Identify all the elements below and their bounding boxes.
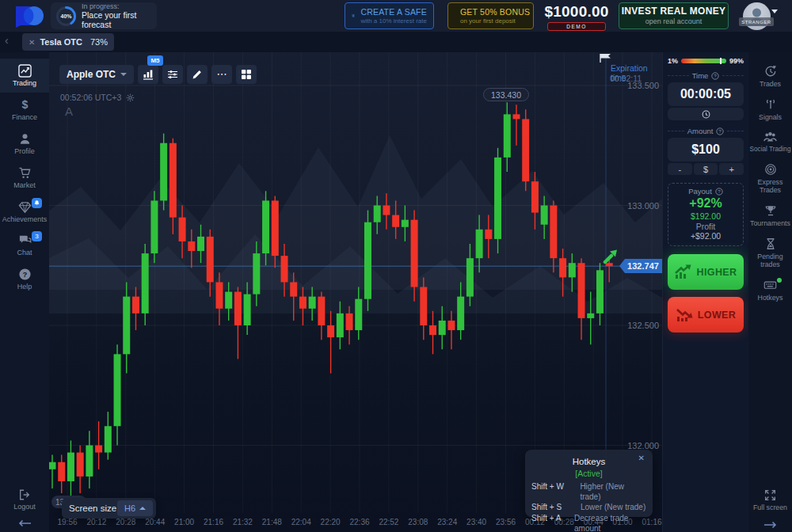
- trend-higher-icon: [674, 264, 691, 280]
- screen-size-panel: Screen size H6: [62, 498, 156, 519]
- info-icon[interactable]: ?: [716, 127, 724, 135]
- sidebar-item-hotkeys[interactable]: Hotkeys: [748, 274, 792, 307]
- topbar: 40% In progress: Place your first foreca…: [0, 0, 792, 32]
- sentiment-right: 99%: [729, 57, 744, 65]
- time-axis-label: 23:24: [437, 518, 457, 526]
- pencil-icon: [192, 69, 203, 80]
- info-icon[interactable]: ?: [711, 72, 719, 80]
- expiration-time: 00:52:11: [610, 74, 642, 83]
- time-axis-label: 23:56: [496, 518, 516, 526]
- onboarding-progress-widget[interactable]: 40% In progress: Place your first foreca…: [51, 2, 157, 29]
- indicators-button[interactable]: [162, 65, 183, 84]
- timeframe-badge: M5: [147, 55, 163, 66]
- user-menu[interactable]: STRANGER: [741, 2, 773, 31]
- hotkeys-status: [Active]: [531, 469, 646, 478]
- time-field-label: Time: [692, 71, 709, 80]
- chart-pane[interactable]: Apple OTC M5: [49, 52, 662, 532]
- progress-task: Place your first forecast: [82, 10, 152, 29]
- sidebar-item-help[interactable]: ? Help: [0, 262, 49, 296]
- tabs-back-chevron[interactable]: ‹: [5, 34, 9, 47]
- account-balance[interactable]: $1000.00 DEMO: [539, 3, 615, 31]
- sidebar-item-express-trades[interactable]: Express Trades: [748, 158, 792, 200]
- sidebar-item-achievements[interactable]: Achievements: [0, 195, 49, 229]
- sidebar-item-profile[interactable]: Profile: [0, 127, 49, 161]
- chart-toolbar: Apple OTC M5: [59, 65, 257, 84]
- payout-info: Payout ? +92% $192.00 Profit +$92.00: [668, 183, 744, 246]
- time-axis-label: 21:32: [233, 518, 253, 526]
- sidebar-item-trades[interactable]: Trades: [748, 60, 792, 93]
- chart-type-button[interactable]: M5: [138, 65, 158, 84]
- sidebar-item-chat[interactable]: 3 Chat: [0, 228, 49, 262]
- amount-decrease-button[interactable]: -: [668, 163, 692, 175]
- time-mode-button[interactable]: [668, 108, 744, 120]
- balance-amount: $1000.00: [539, 3, 615, 21]
- sidebar-item-social-trading[interactable]: Social Trading: [748, 126, 792, 158]
- help-icon: ?: [18, 268, 32, 281]
- amount-currency-button[interactable]: $: [694, 163, 718, 175]
- left-sidebar: Trading $ Finance Profile: [0, 52, 49, 532]
- expand-sidebar-arrow-icon[interactable]: [763, 521, 778, 529]
- sidebar-item-trading[interactable]: Trading: [0, 59, 49, 93]
- sidebar-item-tournaments[interactable]: Tournaments: [748, 200, 792, 233]
- keyboard-icon: [763, 279, 777, 291]
- higher-button[interactable]: HIGHER: [668, 254, 744, 290]
- logout-button[interactable]: Logout: [13, 488, 36, 511]
- hotkey-row: Shift + A Decrease trade amount: [531, 513, 646, 532]
- chart-line-icon: [18, 64, 32, 78]
- drawing-tools-button[interactable]: [187, 65, 208, 84]
- screen-size-select[interactable]: H6: [117, 500, 153, 516]
- invest-real-money-button[interactable]: INVEST REAL MONEY open real account: [619, 2, 729, 29]
- time-axis-label: 23:08: [408, 518, 428, 526]
- info-icon[interactable]: ?: [715, 188, 723, 196]
- create-safe-button[interactable]: CREATE A SAFE with a 10% interest rate: [345, 2, 434, 29]
- trade-panel: 1% 99% Time ? 00:00:05 Amount: [662, 52, 748, 532]
- time-input[interactable]: 00:00:05: [668, 82, 744, 106]
- asset-select[interactable]: Apple OTC: [59, 65, 134, 84]
- more-tools-button[interactable]: ⋯: [211, 65, 232, 84]
- sentiment-indicator: 1% 99%: [668, 57, 744, 65]
- app-logo-icon[interactable]: [13, 4, 48, 28]
- trading-app: 40% In progress: Place your first foreca…: [0, 0, 792, 532]
- chevron-up-icon: [139, 507, 146, 510]
- sidebar-item-pending-trades[interactable]: Pending trades: [748, 233, 792, 274]
- chevron-down-icon: [120, 73, 127, 76]
- people-icon: [763, 131, 777, 143]
- payout-amount: $192.00: [670, 211, 741, 221]
- sidebar-item-market[interactable]: Market: [0, 161, 49, 195]
- hourglass-icon: [764, 238, 777, 250]
- hotkey-row: Shift + S Lower (New trade): [531, 502, 646, 512]
- bell-icon: [34, 200, 40, 206]
- layout-grid-button[interactable]: [236, 65, 257, 84]
- svg-text:?: ?: [718, 188, 721, 194]
- svg-text:?: ?: [22, 270, 27, 279]
- profit-value: +$92.00: [670, 231, 741, 241]
- amount-input[interactable]: $100: [668, 138, 744, 162]
- collapse-sidebar-arrow-icon[interactable]: [17, 519, 32, 527]
- sidebar-item-signals[interactable]: Signals: [748, 93, 792, 127]
- main-area: Trading $ Finance Profile: [0, 52, 792, 532]
- asset-tabbar: ‹ ✕ Tesla OTC 73%: [0, 32, 792, 52]
- time-axis-label: 21:48: [262, 518, 282, 526]
- candlestick-chart[interactable]: [49, 52, 662, 513]
- gear-icon[interactable]: [126, 93, 135, 102]
- close-tab-icon[interactable]: ✕: [29, 38, 35, 47]
- fullscreen-button[interactable]: Full screen: [748, 488, 792, 514]
- safe-subtitle: with a 10% interest rate: [360, 17, 427, 25]
- amount-increase-button[interactable]: +: [719, 163, 744, 175]
- bar-chart-icon: [143, 69, 154, 80]
- sentiment-tick: [720, 58, 722, 64]
- bonus-button[interactable]: GET 50% BONUS on your first deposit: [447, 2, 534, 29]
- progress-ring: 40%: [55, 6, 77, 27]
- sidebar-item-finance[interactable]: $ Finance: [0, 93, 49, 127]
- time-axis-label: 22:20: [321, 518, 341, 526]
- asset-tab-tesla[interactable]: ✕ Tesla OTC 73%: [22, 33, 114, 51]
- lower-button[interactable]: LOWER: [668, 297, 744, 332]
- current-price-badge: 132.747: [619, 259, 662, 273]
- person-icon: [18, 132, 32, 146]
- asset-watermark: A: [65, 104, 73, 118]
- close-icon[interactable]: ✕: [638, 454, 645, 462]
- history-icon: [764, 65, 777, 78]
- time-axis-label: 19:56: [57, 518, 77, 526]
- progress-status: In progress:: [82, 2, 152, 10]
- price-axis-label: 133.000: [627, 201, 659, 211]
